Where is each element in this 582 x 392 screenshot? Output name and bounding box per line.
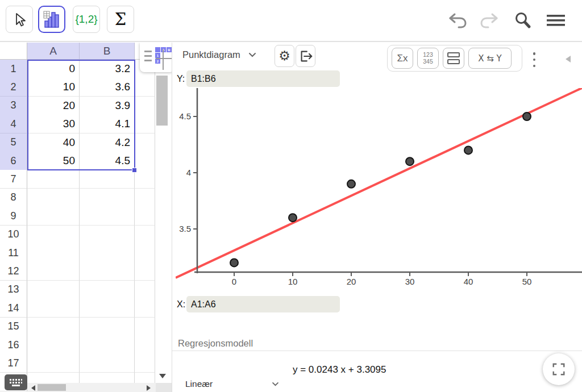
cell-B2[interactable]: 3.6 <box>80 78 135 97</box>
cell-A3[interactable]: 20 <box>27 97 80 115</box>
statistics-button[interactable]: Σx <box>392 48 413 69</box>
row-header-11[interactable]: 11 <box>0 244 27 262</box>
cell-C9 <box>135 207 155 226</box>
cell-B8[interactable] <box>80 189 135 207</box>
row-header-3[interactable]: 3 <box>0 97 27 115</box>
row-header-2[interactable]: 2 <box>0 78 27 97</box>
cell-B6[interactable]: 4.5 <box>80 152 135 170</box>
row-header-17[interactable]: 17 <box>0 354 27 373</box>
two-plots-button[interactable] <box>443 48 464 69</box>
fullscreen-button[interactable] <box>543 353 575 385</box>
cell-B10[interactable] <box>80 226 135 244</box>
cell-B16[interactable] <box>80 336 135 355</box>
settings-button[interactable]: ⚙ <box>275 45 294 67</box>
row-header-12[interactable]: 12 <box>0 262 27 281</box>
more-options-button[interactable] <box>529 52 539 67</box>
cell-B5[interactable]: 4.2 <box>80 134 135 152</box>
cell-B11[interactable] <box>80 244 135 262</box>
scroll-down-arrow[interactable] <box>159 374 166 378</box>
cell-B1[interactable]: 3.2 <box>80 60 135 78</box>
menu-button[interactable] <box>544 9 567 32</box>
data-point[interactable] <box>230 258 238 266</box>
row-header-15[interactable]: 15 <box>0 318 27 336</box>
cell-A8[interactable] <box>27 189 80 207</box>
row-header-16[interactable]: 16 <box>0 336 27 355</box>
cell-A7[interactable] <box>27 170 80 189</box>
cell-B3[interactable]: 3.9 <box>80 97 135 115</box>
cell-A2[interactable]: 10 <box>27 78 80 97</box>
data-point[interactable] <box>464 146 472 154</box>
row-header-14[interactable]: 14 <box>0 299 27 318</box>
regression-model-dropdown[interactable]: Lineær <box>185 379 279 389</box>
scroll-right-arrow[interactable] <box>147 385 151 391</box>
scroll-left-arrow[interactable] <box>31 385 35 391</box>
row-header-8[interactable]: 8 <box>0 189 27 207</box>
analysis-tool-button[interactable] <box>38 6 65 33</box>
row-header-1[interactable]: 1 <box>0 60 27 78</box>
vertical-scrollbar-thumb[interactable] <box>156 76 168 126</box>
cell-A9[interactable] <box>27 207 80 226</box>
regression-equation: y = 0.0243 x + 3.3095 <box>293 364 386 376</box>
spreadsheet-row: 15 <box>0 318 172 336</box>
spreadsheet-options-button[interactable]: A B 1 2 <box>140 43 172 72</box>
cell-C7 <box>135 170 155 189</box>
cell-B9[interactable] <box>80 207 135 226</box>
cell-A15[interactable] <box>27 318 80 336</box>
row-header-9[interactable]: 9 <box>0 207 27 226</box>
cell-B12[interactable] <box>80 262 135 281</box>
export-button[interactable] <box>296 45 315 67</box>
spreadsheet-row: 9 <box>0 207 172 226</box>
data-point[interactable] <box>406 157 414 165</box>
data-button[interactable]: 123 345 <box>417 48 439 69</box>
row-header-13[interactable]: 13 <box>0 281 27 299</box>
cell-B17[interactable] <box>80 354 135 373</box>
chart-type-dropdown[interactable]: Punktdiagram <box>182 49 256 60</box>
scatter-plot-area[interactable]: 010203040503.544.5 <box>176 88 582 287</box>
cell-A16[interactable] <box>27 336 80 355</box>
sum-tool-button[interactable]: Σ <box>107 6 134 33</box>
cell-A4[interactable]: 30 <box>27 115 80 134</box>
cell-A12[interactable] <box>27 262 80 281</box>
sigma-icon: Σ <box>115 10 127 29</box>
histogram-icon <box>43 10 61 28</box>
data-point[interactable] <box>347 180 355 188</box>
cell-A13[interactable] <box>27 281 80 299</box>
selection-fill-handle[interactable] <box>132 168 137 173</box>
row-header-6[interactable]: 6 <box>0 152 27 170</box>
data-point[interactable] <box>523 112 531 120</box>
cell-A1[interactable]: 0 <box>27 60 80 78</box>
redo-button[interactable] <box>477 9 500 32</box>
corner-cell[interactable] <box>0 43 27 60</box>
cell-B13[interactable] <box>80 281 135 299</box>
column-header-a[interactable]: A <box>27 43 80 60</box>
undo-button[interactable] <box>447 9 469 32</box>
swap-xy-button[interactable]: X ⇆ Y <box>468 48 512 69</box>
scatter-plot[interactable]: 010203040503.544.5 <box>176 88 582 287</box>
move-tool-button[interactable] <box>6 6 33 33</box>
cell-A17[interactable] <box>27 354 80 373</box>
cell-A6[interactable]: 50 <box>27 152 80 170</box>
data-point[interactable] <box>289 214 297 222</box>
horizontal-scrollbar-thumb[interactable] <box>38 384 66 391</box>
row-header-7[interactable]: 7 <box>0 170 27 189</box>
cell-A5[interactable]: 40 <box>27 134 80 152</box>
cell-A14[interactable] <box>27 299 80 318</box>
spreadsheet-row: 13 <box>0 281 172 299</box>
list-tool-button[interactable]: {1,2} <box>73 6 100 33</box>
cell-A10[interactable] <box>27 226 80 244</box>
cell-B15[interactable] <box>80 318 135 336</box>
y-range-input[interactable] <box>186 70 340 87</box>
collapse-panel-arrow[interactable] <box>566 56 571 62</box>
virtual-keyboard-button[interactable] <box>5 374 27 390</box>
cell-B4[interactable]: 4.1 <box>80 115 135 134</box>
search-button[interactable] <box>512 9 534 32</box>
cell-B14[interactable] <box>80 299 135 318</box>
row-header-5[interactable]: 5 <box>0 134 27 152</box>
x-range-input[interactable] <box>186 296 340 312</box>
row-header-10[interactable]: 10 <box>0 226 27 244</box>
cell-B7[interactable] <box>80 170 135 189</box>
column-header-b[interactable]: B <box>80 43 135 60</box>
spreadsheet-row: 10 <box>0 226 172 244</box>
cell-A11[interactable] <box>27 244 80 262</box>
row-header-4[interactable]: 4 <box>0 115 27 134</box>
